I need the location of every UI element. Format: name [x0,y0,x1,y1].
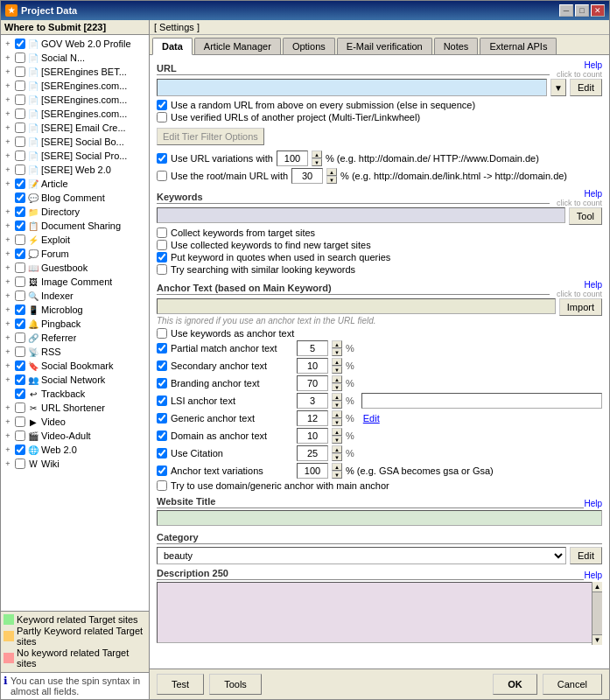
website-title-help[interactable]: Help [584,499,602,508]
tree-checkbox-image_comment[interactable] [15,276,25,287]
ok-button[interactable]: OK [493,674,537,695]
lsi-anchor-down[interactable]: ▼ [332,401,342,409]
category-edit-button[interactable]: Edit [570,547,602,564]
tree-expander-social_network[interactable]: + [3,374,13,385]
tree-item-gov[interactable]: +📄GOV Web 2.0 Profile [3,37,147,51]
tree-expander-video[interactable]: + [3,416,13,427]
test-button[interactable]: Test [157,674,204,695]
tree-item-video[interactable]: +▶Video [3,415,147,429]
tree-checkbox-exploit[interactable] [15,234,25,245]
tree-expander-referrer[interactable]: + [3,332,13,343]
tree-checkbox-rss[interactable] [15,346,25,357]
tab-notes[interactable]: Notes [434,38,479,54]
tree-expander-guestbook[interactable]: + [3,262,13,273]
anchor-input[interactable] [157,298,556,314]
tree-expander-rss[interactable]: + [3,346,13,357]
use-keywords-anchor-checkbox[interactable] [157,328,167,339]
branding-anchor-up[interactable]: ▲ [332,375,342,383]
tree-checkbox-sere_web20[interactable] [15,164,25,175]
tree-item-social_bookmark[interactable]: +🔖Social Bookmark [3,359,147,373]
tree-item-sere_web20[interactable]: +📄[SERE] Web 2.0 [3,163,147,177]
tree-checkbox-article[interactable] [15,178,25,189]
keywords-click-to-count[interactable]: click to count [557,199,602,207]
branding-anchor-input[interactable] [297,375,328,391]
description-scrollbar[interactable]: ▲ ▼ [592,582,602,645]
generic-anchor-input[interactable] [297,410,328,426]
tree-expander-ser_engines_bet[interactable]: + [3,66,13,77]
close-button[interactable]: ✕ [591,4,605,17]
tree-checkbox-pingback[interactable] [15,318,25,329]
partial-match-input[interactable] [297,340,328,356]
anchor-import-button[interactable]: Import [559,298,602,316]
url-dropdown-button[interactable]: ▼ [550,79,566,96]
tab-article-manager[interactable]: Article Manager [194,38,281,54]
tab-options[interactable]: Options [283,38,335,54]
generic-anchor-checkbox[interactable] [157,413,167,424]
anchor-variations-down[interactable]: ▼ [332,471,342,479]
anchor-variations-checkbox[interactable] [157,466,167,476]
website-title-input[interactable] [157,510,602,526]
partial-match-up[interactable]: ▲ [332,340,342,348]
tree-item-exploit[interactable]: +⚡Exploit [3,233,147,247]
keywords-help[interactable]: Help [584,189,602,199]
tree-expander-ser_engines_com1[interactable]: + [3,80,13,91]
url-variations-down[interactable]: ▼ [312,158,322,166]
tree-expander-microblog[interactable]: + [3,304,13,315]
tree-checkbox-gov[interactable] [15,38,25,49]
tree-checkbox-referrer[interactable] [15,332,25,343]
tree-checkbox-sere_email[interactable] [15,122,25,133]
desc-scroll-down[interactable]: ▼ [592,634,602,645]
tree-item-guestbook[interactable]: +📖Guestbook [3,261,147,275]
tree-item-video_adult[interactable]: +🎬Video-Adult [3,429,147,443]
tree-item-pingback[interactable]: +🔔Pingback [3,317,147,331]
tree-item-ser_engines_com3[interactable]: +📄[SEREngines.com... [3,107,147,121]
tree-expander-ser_engines_com3[interactable]: + [3,108,13,119]
tree-expander-social_ser[interactable]: + [3,52,13,63]
root-url-checkbox[interactable] [157,171,167,181]
random-url-checkbox[interactable] [157,100,167,110]
tree-expander-web20[interactable]: + [3,444,13,455]
anchor-help[interactable]: Help [584,280,602,290]
tree-item-sere_social_bo[interactable]: +📄[SERE] Social Bo... [3,135,147,149]
tree-item-doc_sharing[interactable]: +📋Document Sharing [3,219,147,233]
tree-expander-sere_web20[interactable]: + [3,164,13,175]
domain-anchor-down[interactable]: ▼ [332,436,342,444]
citation-up[interactable]: ▲ [332,445,342,453]
root-url-down[interactable]: ▼ [326,176,337,184]
tree-item-forum[interactable]: +💭Forum [3,247,147,261]
tree-item-image_comment[interactable]: +🖼Image Comment [3,275,147,289]
url-variations-input[interactable] [277,150,308,166]
citation-input[interactable] [297,445,328,461]
tree-area[interactable]: +📄GOV Web 2.0 Profile+📄Social N...+📄[SER… [1,35,149,611]
tree-expander-sere_social_bo[interactable]: + [3,136,13,147]
maximize-button[interactable]: □ [575,4,589,17]
tree-checkbox-social_bookmark[interactable] [15,360,25,371]
secondary-anchor-down[interactable]: ▼ [332,366,342,374]
tree-item-directory[interactable]: +📁Directory [3,205,147,219]
tree-checkbox-ser_engines_com1[interactable] [15,80,25,91]
tab-external-apis[interactable]: External APIs [480,38,557,54]
anchor-variations-input[interactable] [297,463,328,479]
tree-checkbox-sere_social_pro[interactable] [15,150,25,161]
tree-checkbox-ser_engines_bet[interactable] [15,66,25,77]
url-variations-up[interactable]: ▲ [312,150,322,158]
url-edit-button[interactable]: Edit [570,79,602,96]
tree-expander-directory[interactable]: + [3,206,13,217]
tree-checkbox-video_adult[interactable] [15,430,25,441]
generic-anchor-edit[interactable]: Edit [363,413,380,424]
tree-item-microblog[interactable]: +📱Microblog [3,303,147,317]
citation-checkbox[interactable] [157,448,167,458]
tree-expander-trackback[interactable] [3,388,13,399]
tab-data[interactable]: Data [152,38,193,55]
tree-checkbox-sere_social_bo[interactable] [15,136,25,147]
tree-item-article[interactable]: +📝Article [3,177,147,191]
citation-down[interactable]: ▼ [332,453,342,461]
domain-anchor-input[interactable] [297,428,328,444]
description-input[interactable] [157,582,602,643]
tree-checkbox-indexer[interactable] [15,290,25,301]
quotes-checkbox[interactable] [157,252,167,262]
secondary-anchor-checkbox[interactable] [157,360,167,371]
minimize-button[interactable]: ─ [559,4,573,17]
tree-item-web20[interactable]: +🌐Web 2.0 [3,443,147,457]
tab-email-verification[interactable]: E-Mail verification [337,38,432,54]
